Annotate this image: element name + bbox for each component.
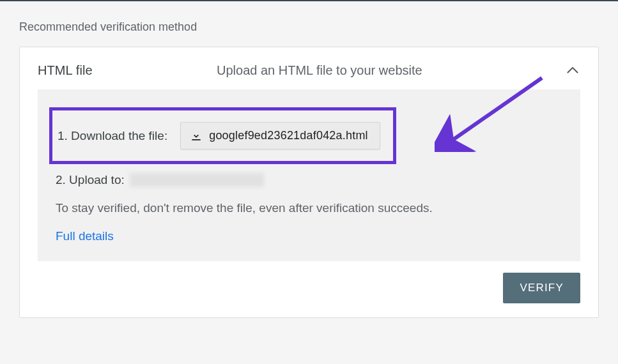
verify-button[interactable]: VERIFY [503,273,580,303]
full-details-link[interactable]: Full details [56,229,562,243]
step2-label: 2. Upload to: [56,173,125,187]
upload-target-redacted [130,173,264,187]
download-filename: googlef9ed23621daf042a.html [209,129,368,142]
card-header[interactable]: HTML file Upload an HTML file to your we… [20,47,598,89]
card-footer: VERIFY [20,261,598,317]
verification-card: HTML file Upload an HTML file to your we… [19,47,599,318]
card-body: 1. Download the file: googlef9ed23621daf… [38,89,580,261]
download-icon [190,130,203,142]
verification-note: To stay verified, don't remove the file,… [56,201,562,215]
method-title: HTML file [38,63,217,78]
collapse-toggle[interactable] [565,63,580,78]
download-step-highlight: 1. Download the file: googlef9ed23621daf… [49,107,396,164]
download-file-button[interactable]: googlef9ed23621daf042a.html [180,122,380,149]
step1-label: 1. Download the file: [58,129,167,143]
section-label: Recommended verification method [19,20,599,34]
chevron-up-icon [567,64,578,76]
method-subtitle: Upload an HTML file to your website [217,63,565,78]
upload-step: 2. Upload to: [56,173,562,187]
